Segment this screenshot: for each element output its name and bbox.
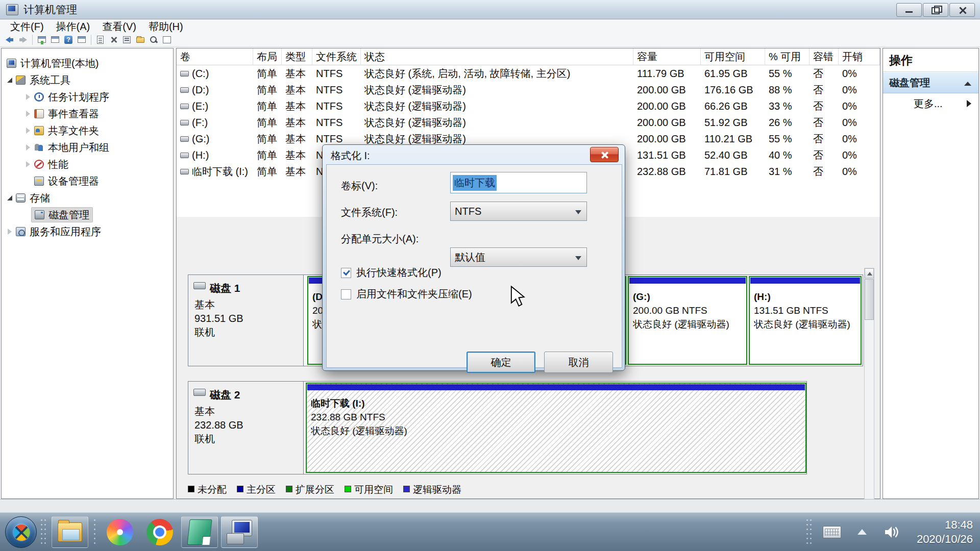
disk-2-header[interactable]: 磁盘 2 基本 232.88 GB 联机	[188, 382, 304, 474]
window-titlebar[interactable]: 计算机管理	[0, 0, 980, 19]
partition-h[interactable]: (H:) 131.51 GB NTFS 状态良好 (逻辑驱动器)	[749, 276, 862, 365]
legend-logical-drive: 逻辑驱动器	[403, 482, 461, 495]
tree-item-local-users-groups[interactable]: 本地用户和组	[25, 140, 109, 155]
tree-item-task-scheduler[interactable]: 任务计划程序	[25, 89, 109, 105]
partition-i-selected[interactable]: 临时下载 (I:) 232.88 GB NTFS 状态良好 (逻辑驱动器)	[306, 383, 806, 473]
input-method-keyboard-icon[interactable]	[823, 526, 841, 538]
column-header-status[interactable]: 状态	[361, 48, 633, 65]
allocation-unit-dropdown[interactable]: 默认值	[450, 247, 587, 267]
selected-text: 临时下载	[453, 175, 497, 191]
volume-row-e[interactable]: (E:) 简单基本 NTFS状态良好 (逻辑驱动器) 200.00 GB66.2…	[177, 98, 880, 114]
properties-icon[interactable]	[121, 35, 133, 45]
taskbar-browser-button[interactable]	[102, 516, 138, 548]
actions-more[interactable]: 更多...	[883, 93, 978, 114]
tree-item-shared-folders[interactable]: 共享文件夹	[25, 123, 99, 138]
tree-item-storage[interactable]: 存储	[7, 190, 50, 206]
taskbar: 18:48 2020/10/26	[0, 512, 980, 551]
menu-file[interactable]: 文件(F)	[4, 20, 50, 33]
format-dialog-title: 格式化 I:	[331, 149, 370, 163]
tree-item-system-tools[interactable]: 系统工具	[7, 72, 70, 88]
services-applications-icon	[16, 227, 26, 236]
collapsed-icon[interactable]	[7, 229, 13, 235]
tree-item-event-viewer[interactable]: 事件查看器	[25, 106, 99, 121]
window-icon[interactable]	[76, 35, 87, 45]
tree-item-performance[interactable]: 性能	[25, 157, 68, 172]
compression-checkbox[interactable]	[341, 289, 351, 299]
menu-action[interactable]: 操作(A)	[50, 20, 96, 33]
taskbar-notepad-button[interactable]	[181, 516, 218, 548]
volume-row-c[interactable]: (C:) 简单基本 NTFS状态良好 (系统, 启动, 活动, 故障转储, 主分…	[177, 65, 880, 82]
taskbar-explorer-button[interactable]	[52, 516, 88, 548]
menu-help[interactable]: 帮助(H)	[142, 20, 189, 33]
expanded-icon[interactable]	[7, 77, 13, 83]
compression-row[interactable]: 启用文件和文件夹压缩(E)	[341, 287, 472, 301]
column-header-pct-free[interactable]: % 可用	[765, 48, 810, 65]
dialog-close-icon[interactable]	[590, 147, 619, 162]
collapsed-icon[interactable]	[25, 128, 31, 134]
up-level-icon[interactable]	[95, 35, 106, 45]
expanded-icon[interactable]	[7, 195, 13, 201]
taskbar-chrome-button[interactable]	[141, 516, 178, 548]
collapsed-icon[interactable]	[25, 94, 31, 100]
column-header-filesystem[interactable]: 文件系统	[312, 48, 361, 65]
column-header-fault-tolerance[interactable]: 容错	[810, 48, 839, 65]
column-header-type[interactable]: 类型	[282, 48, 312, 65]
column-header-volume[interactable]: 卷	[177, 48, 253, 65]
quick-format-row[interactable]: 执行快速格式化(P)	[341, 266, 442, 280]
volume-label-input[interactable]: 临时下载	[450, 172, 587, 193]
volume-row-f[interactable]: (F:) 简单基本 NTFS状态良好 (逻辑驱动器) 200.00 GB51.9…	[177, 114, 880, 131]
column-header-capacity[interactable]: 容量	[633, 48, 701, 65]
taskbar-computer-management-button[interactable]	[221, 516, 258, 548]
column-header-overhead[interactable]: 开销	[839, 48, 880, 65]
scroll-up-icon[interactable]	[865, 268, 874, 279]
disk-1-header[interactable]: 磁盘 1 基本 931.51 GB 联机	[188, 275, 304, 366]
scroll-thumb[interactable]	[865, 279, 874, 320]
minimize-button[interactable]	[896, 3, 922, 17]
volume-row-d[interactable]: (D:) 简单基本 NTFS状态良好 (逻辑驱动器) 200.00 GB176.…	[177, 82, 880, 98]
system-tools-icon	[16, 76, 26, 85]
column-header-free-space[interactable]: 可用空间	[701, 48, 765, 65]
disk-2-row: 磁盘 2 基本 232.88 GB 联机 临时下载 (I:) 232.88 GB…	[188, 381, 807, 474]
tree-item-computer-management[interactable]: 计算机管理(本地)	[7, 56, 99, 71]
legend-swatch	[403, 486, 410, 492]
column-header-layout[interactable]: 布局	[253, 48, 282, 65]
cancel-button[interactable]: 取消	[544, 352, 613, 373]
vertical-scrollbar[interactable]	[864, 268, 874, 531]
back-icon[interactable]	[4, 35, 15, 45]
file-system-dropdown[interactable]: NTFS	[450, 202, 587, 221]
action-pane-icon[interactable]	[50, 35, 61, 45]
tree-item-services-applications[interactable]: 服务和应用程序	[7, 224, 101, 239]
logical-drive-stripe	[750, 278, 860, 284]
tree-item-device-manager[interactable]: 设备管理器	[34, 173, 99, 189]
show-hidden-icons-icon[interactable]	[857, 529, 867, 535]
status-strip	[0, 499, 980, 512]
actions-disk-management-group[interactable]: 磁盘管理	[883, 72, 978, 93]
taskbar-clock[interactable]: 18:48 2020/10/26	[917, 518, 973, 546]
quick-format-checkbox[interactable]	[341, 268, 351, 278]
delete-icon[interactable]	[108, 35, 119, 45]
legend-swatch	[345, 486, 351, 492]
close-button[interactable]	[949, 3, 975, 17]
open-folder-icon[interactable]	[135, 35, 146, 45]
ok-button[interactable]: 确定	[467, 352, 535, 373]
console-tree-panel: 计算机管理(本地) 系统工具 任务计划程序 事件查看器 共享文件夹	[1, 48, 174, 499]
tree-item-disk-management[interactable]: 磁盘管理	[31, 207, 93, 222]
computer-management-icon	[7, 59, 16, 68]
console-tree-icon[interactable]	[36, 35, 47, 45]
collapsed-icon[interactable]	[25, 111, 31, 117]
columns-icon[interactable]	[161, 35, 173, 45]
partition-g[interactable]: (G:) 200.00 GB NTFS 状态良好 (逻辑驱动器)	[628, 276, 747, 365]
menu-view[interactable]: 查看(V)	[96, 20, 142, 33]
start-button[interactable]	[5, 516, 37, 548]
volume-icon	[180, 104, 189, 109]
search-icon[interactable]	[148, 35, 159, 45]
forward-icon[interactable]	[17, 35, 29, 45]
toolbar: ?	[0, 33, 980, 47]
volume-icon[interactable]	[884, 525, 899, 539]
help-icon[interactable]: ?	[63, 35, 74, 45]
collapsed-icon[interactable]	[25, 161, 31, 167]
taskbar-grip	[40, 518, 47, 546]
restore-button[interactable]	[923, 3, 948, 17]
collapsed-icon[interactable]	[25, 144, 31, 151]
shared-folders-icon	[34, 126, 44, 135]
